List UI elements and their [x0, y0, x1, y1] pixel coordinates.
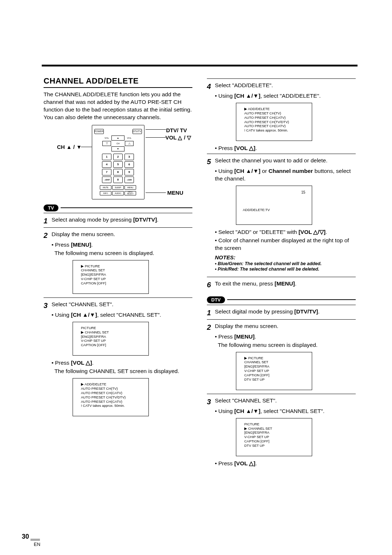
- left-step-2: 2 Display the menu screen.: [44, 231, 192, 240]
- callout-line-menu: [146, 193, 166, 193]
- callout-vol: VOL △ / ▽: [166, 134, 191, 141]
- right-step-5-sub-c: •Color of channel number displayed at th…: [215, 237, 356, 252]
- osd-dtv-menu-2: PICTURE ▶ CHANNEL SET [ENG]/ESP/FRA V-CH…: [236, 418, 312, 456]
- remote-key-ent: –./ENT: [102, 177, 111, 183]
- left-step-3-sub-c: The following CHANNEL SET screen is disp…: [54, 368, 192, 375]
- divider: [207, 305, 356, 305]
- dtv-step-1: 1 Select digital mode by pressing [DTV/T…: [207, 308, 356, 318]
- remote-key-6: 6: [124, 161, 134, 168]
- step-number: 1: [44, 216, 49, 226]
- dtv-step-2-sub-a: •Press [MENU].: [215, 333, 356, 341]
- left-step-2-sub-b: The following menu screen is displayed.: [54, 250, 192, 257]
- dtv-step-3-sub-b: •Press [VOL △].: [215, 460, 356, 467]
- callout-line-vol: [146, 137, 166, 138]
- section-title: CHANNEL ADD/DELETE: [44, 76, 192, 88]
- remote-key-1: 1: [102, 154, 111, 160]
- step-text: Select "ADD/DELETE".: [215, 82, 273, 89]
- step-number: 2: [44, 231, 49, 240]
- remote-info: INFO: [100, 191, 111, 195]
- dtv-step-3-sub-a: •Using [CH ▲/▼], select "CHANNEL SET".: [215, 408, 356, 415]
- left-step-3-sub-b: •Press [VOL △].: [52, 359, 192, 367]
- remote-ch-label: CH: [111, 141, 124, 146]
- right-column: 4 Select "ADD/DELETE". •Using [CH ▲/▼], …: [207, 76, 356, 468]
- divider: [207, 319, 356, 320]
- step-text: Display the menu screen.: [52, 231, 115, 238]
- callout-dtvtv: DTV/ TV: [166, 127, 187, 133]
- remote-key-5: 5: [113, 161, 123, 168]
- dtv-step-3: 3 Select "CHANNEL SET".: [207, 397, 356, 407]
- osd-menu-1: ▶ PICTURE CHANNEL SET [ENG]/ESP/FRA V-CH…: [73, 260, 149, 294]
- right-step-6: 6 To exit the menu, press [MENU].: [207, 280, 356, 290]
- remote-sleep: SLEEP: [112, 185, 124, 190]
- step-text: Select the channel you want to add or de…: [215, 157, 327, 165]
- remote-key-4: 4: [102, 161, 111, 168]
- notes-heading: NOTES:: [215, 254, 356, 260]
- remote-key-plus100: +100: [124, 177, 134, 183]
- remote-bottom-row2: INFO AUDIO INPUT SELECT: [94, 191, 142, 195]
- remote-vol-down: ▽: [102, 141, 111, 146]
- right-step-4: 4 Select "ADD/DELETE".: [207, 82, 356, 92]
- callout-line-ch: [81, 147, 92, 147]
- dtv-step-2: 2 Display the menu screen.: [207, 323, 356, 332]
- divider: [44, 213, 192, 213]
- remote-dtvtv-button: DTV/TV: [132, 129, 142, 134]
- divider: [207, 277, 356, 277]
- remote-ch-down: ▼: [111, 146, 124, 151]
- remote-key-7: 7: [102, 169, 111, 175]
- step-bold: [DTV/TV]: [133, 216, 157, 223]
- osd-add-delete: ▶ ADD/DELETE AUTO PRESET CH(TV) AUTO PRE…: [236, 103, 312, 141]
- note-1: • Blue/Green: The selected channel will …: [215, 261, 356, 266]
- divider: [44, 227, 192, 228]
- top-rule: [42, 65, 358, 66]
- dtv-badge: DTV: [207, 296, 225, 303]
- callout-line-dtvtv: [146, 129, 166, 130]
- tv-mode-divider: TV: [44, 204, 192, 211]
- dtv-mode-divider: DTV: [207, 296, 356, 303]
- divider: [207, 78, 356, 79]
- page-number-bar: [30, 539, 40, 541]
- step-number: 5: [207, 157, 213, 167]
- remote-key-2: 2: [113, 154, 123, 160]
- remote-key-3: 3: [124, 154, 134, 160]
- remote-numpad: 1 2 3 4 5 6 7 8 9 –./ENT 0 +100: [94, 154, 142, 183]
- dtv-step-2-sub-b: The following menu screen is displayed.: [218, 341, 356, 349]
- osd-channel-15: 15 ADD/DELETE:TV: [236, 186, 312, 225]
- step-text: Select analog mode by pressing: [52, 216, 133, 223]
- right-step-5: 5 Select the channel you want to add or …: [207, 157, 356, 167]
- remote-ch-up: ▲: [111, 135, 124, 141]
- remote-vol-label-right: VOL: [125, 135, 134, 141]
- step-number: 4: [207, 82, 213, 92]
- step-text: Select "CHANNEL SET".: [52, 301, 114, 308]
- remote-input-select: INPUT SELECT: [124, 191, 136, 195]
- remote-mute: MUTE: [100, 185, 111, 190]
- divider: [207, 394, 356, 394]
- remote-audio: AUDIO: [112, 191, 124, 195]
- left-step-1: 1 Select analog mode by pressing [DTV/TV…: [44, 216, 192, 226]
- step-number: 3: [44, 301, 49, 311]
- right-step-4-sub-b: •Press [VOL △].: [215, 145, 356, 152]
- page-number: 30: [22, 533, 29, 540]
- right-step-5-sub-a: •Using [CH ▲/▼] or Channel number button…: [215, 167, 356, 183]
- page-language: EN: [34, 542, 40, 547]
- divider: [207, 154, 356, 154]
- step-number: 3: [207, 397, 213, 407]
- step-number: 2: [207, 323, 213, 332]
- tv-badge: TV: [44, 204, 58, 211]
- remote-volch-pad: VOL ▲ VOL ▽ CH △ ▼: [94, 135, 142, 151]
- intro-text: The CHANNEL ADD/DELETE function lets you…: [44, 91, 192, 121]
- right-step-4-sub-a: •Using [CH ▲/▼], select "ADD/DELETE".: [215, 92, 356, 100]
- remote-key-8: 8: [113, 169, 123, 175]
- step-number: 1: [207, 308, 213, 318]
- left-step-3: 3 Select "CHANNEL SET".: [44, 301, 192, 311]
- left-step-2-sub-a: •Press [MENU].: [52, 241, 192, 249]
- note-2: • Pink/Red: The selected channel will be…: [215, 267, 356, 272]
- remote-vol-up: △: [125, 141, 134, 146]
- remote-vol-label-left: VOL: [102, 135, 111, 141]
- remote-body: POWER DTV/TV VOL ▲ VOL ▽ CH △ ▼: [92, 125, 144, 199]
- remote-diagram: POWER DTV/TV VOL ▲ VOL ▽ CH △ ▼: [71, 125, 165, 199]
- remote-menu: MENU: [124, 185, 136, 190]
- callout-ch: CH ▲ / ▼: [57, 144, 82, 150]
- divider: [44, 297, 192, 298]
- remote-bottom-row1: MUTE SLEEP MENU: [94, 185, 142, 190]
- osd-channel-set: ▶ ADD/DELETE AUTO PRESET CH(TV) AUTO PRE…: [73, 378, 149, 416]
